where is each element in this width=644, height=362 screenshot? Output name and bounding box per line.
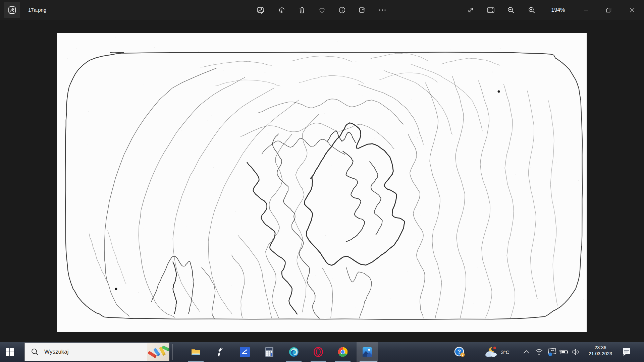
tray-cast-sync[interactable] [546,342,558,362]
taskbar-app-opera-gx[interactable] [309,342,328,362]
taskbar-app-windows-scan[interactable] [235,342,255,362]
running-indicator-opera [311,361,326,362]
running-indicator-chrome [335,361,351,362]
rotate-button[interactable] [275,3,288,17]
taskbar-app-photos[interactable] [358,342,377,362]
wifi-icon [535,349,543,355]
tray-chevron-up[interactable] [521,342,532,362]
taskbar-app-chrome[interactable] [333,342,353,362]
notification-icon [622,347,632,357]
photo-viewer [0,20,644,342]
tray-get-help[interactable]: ? [452,342,467,362]
speaker-icon [571,348,580,356]
search-input[interactable]: Wyszukaj [24,343,169,361]
zoom-out-button[interactable] [504,3,518,17]
photo-canvas [57,33,587,332]
see-more-button[interactable] [376,3,389,17]
pencil-doodle-drawing [57,33,587,332]
taskbar-app-file-explorer[interactable] [186,342,206,362]
file-explorer-icon [191,348,201,356]
tray-wifi[interactable] [533,342,545,362]
windows-logo-icon [5,348,14,356]
battery-charging-icon [558,349,569,355]
running-indicator-file-explorer [188,361,204,362]
tray-notifications[interactable] [619,342,634,362]
photos-taskbar-icon [362,347,372,357]
search-highlight-crayons-image[interactable] [147,343,169,361]
edge-icon [289,347,299,357]
zoom-out-icon [507,6,515,14]
clock-date: 21.03.2023 [584,351,616,356]
cast-sync-icon [547,348,557,356]
start-button[interactable] [0,342,19,362]
search-icon [31,348,39,356]
tray-speaker[interactable] [570,342,582,362]
scan-app-icon [240,347,250,357]
fullscreen-icon [467,6,475,14]
taskbar-app-s-lightning[interactable] [211,342,230,362]
edit-image-button[interactable] [254,3,267,17]
share-icon [358,6,366,14]
taskbar-divider [172,344,173,360]
fit-to-window-button[interactable] [484,3,497,17]
window-title: 17a.png [28,0,46,20]
delete-button[interactable] [295,3,309,17]
titlebar: 17a.png [0,0,644,20]
help-icon: ? [453,346,466,358]
tray-clock[interactable]: 23:36 21.03.2023 [584,342,616,362]
heart-icon [318,6,326,14]
taskbar-app-edge[interactable] [284,342,304,362]
calculator-icon [265,347,274,357]
zoom-in-button[interactable] [525,3,538,17]
info-button[interactable] [335,3,349,17]
fit-frame-icon [486,6,495,14]
picture-icon [8,6,16,14]
photos-app-icon[interactable] [4,2,20,18]
crayons-icon [147,343,169,361]
minimize-button[interactable] [578,0,594,20]
fullscreen-button[interactable] [464,3,477,17]
weather-temperature: 3°C [501,349,509,355]
trash-icon [298,6,306,14]
s-lightning-icon [217,347,224,357]
minimize-icon [584,8,588,12]
taskbar: Wyszukaj [0,342,644,362]
restore-button[interactable] [601,0,616,20]
favorite-button[interactable] [315,3,329,17]
zoom-in-icon [528,6,536,14]
running-indicator-photos [360,361,377,362]
ellipsis-icon [378,6,387,14]
edit-image-icon [257,6,265,14]
restore-icon [606,7,611,13]
running-indicator-edge [286,361,302,362]
opera-icon [313,347,323,357]
tray-battery[interactable] [557,342,570,362]
chrome-icon [338,347,348,357]
tray-weather[interactable]: 3°C [480,342,514,362]
info-icon [338,6,346,14]
search-placeholder: Wyszukaj [44,349,69,355]
svg-text:?: ? [458,349,461,355]
zoom-level: 194% [547,0,569,20]
close-button[interactable] [625,0,640,20]
rotate-icon [278,6,286,14]
close-icon [630,8,635,12]
weather-icon [485,346,498,358]
chevron-up-icon [523,350,530,354]
share-button[interactable] [356,3,369,17]
clock-time: 23:36 [584,345,616,350]
taskbar-app-calculator[interactable] [260,342,279,362]
